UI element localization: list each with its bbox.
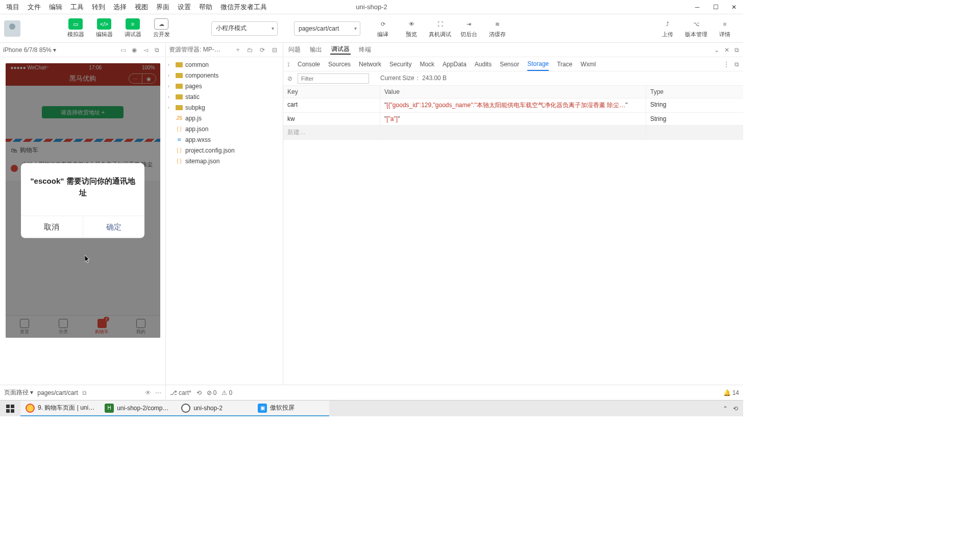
window-close-icon[interactable]: ✕ bbox=[725, 0, 743, 14]
git-sync-icon[interactable]: ⟲ bbox=[197, 389, 202, 396]
errors-count[interactable]: ⊘ 0 bbox=[207, 389, 217, 396]
tree-item-project-config-json[interactable]: { }project.config.json bbox=[166, 145, 283, 156]
tree-item-sitemap-json[interactable]: { }sitemap.json bbox=[166, 156, 283, 166]
details-button[interactable]: ≡详情 bbox=[710, 16, 739, 41]
copy-path-icon[interactable]: ⧉ bbox=[82, 389, 87, 396]
tree-item-subpkg[interactable]: ›subpkg bbox=[166, 102, 283, 113]
more-icon[interactable]: ⋯ bbox=[155, 389, 161, 396]
remote-debug-button[interactable]: ⛶真机调试 bbox=[426, 16, 454, 41]
debugger-toggle[interactable]: ≡调试器 bbox=[118, 16, 147, 41]
new-file-icon[interactable]: ＋ bbox=[233, 45, 243, 54]
modal-cancel-button[interactable]: 取消 bbox=[21, 216, 83, 238]
new-folder-icon[interactable]: 🗀 bbox=[245, 46, 255, 54]
explorer-pane: 资源管理器: MP-… ＋ 🗀 ⟳ ⊟ ›common›components›p… bbox=[166, 43, 283, 385]
tab-terminal[interactable]: 终端 bbox=[358, 45, 372, 54]
window-minimize-icon[interactable]: ─ bbox=[688, 0, 706, 14]
menu-setting[interactable]: 设置 bbox=[174, 3, 195, 12]
menu-ui[interactable]: 界面 bbox=[152, 3, 174, 12]
tab-debugger[interactable]: 调试器 bbox=[330, 45, 351, 55]
back-icon[interactable]: ◅ bbox=[140, 46, 151, 54]
notifications[interactable]: 🔔 14 bbox=[723, 389, 739, 396]
git-branch[interactable]: ⎇ cart* bbox=[170, 389, 191, 396]
tray-sync-icon[interactable]: ⟲ bbox=[733, 405, 738, 412]
warnings-count[interactable]: ⚠ 0 bbox=[222, 389, 232, 396]
devtab-appdata[interactable]: AppData bbox=[443, 57, 467, 71]
storage-filter-input[interactable] bbox=[298, 73, 369, 84]
system-tray[interactable]: ⌃ ⟲ bbox=[718, 400, 743, 416]
rotate-icon[interactable]: ▭ bbox=[117, 46, 129, 54]
cloud-dev[interactable]: ☁云开发 bbox=[147, 16, 176, 41]
devtab-sources[interactable]: Sources bbox=[328, 57, 351, 71]
collapse-icon[interactable]: ⊟ bbox=[270, 46, 280, 54]
storage-row[interactable]: cart"[{"goods_id":129,"goods_name":"本驰太阳… bbox=[283, 98, 743, 113]
clear-cache-button[interactable]: ≋清缓存 bbox=[483, 16, 511, 41]
modal-ok-button[interactable]: 确定 bbox=[83, 216, 145, 238]
devtab-mock[interactable]: Mock bbox=[420, 57, 434, 71]
devtab-network[interactable]: Network bbox=[359, 57, 381, 71]
page-path-select[interactable]: pages/cart/cart bbox=[294, 21, 360, 36]
tree-item-components[interactable]: ›components bbox=[166, 70, 283, 81]
taskbar-task[interactable]: ▣傲软投屏 bbox=[253, 400, 329, 416]
devtab-storage[interactable]: Storage bbox=[527, 57, 549, 71]
col-key[interactable]: Key bbox=[283, 86, 380, 98]
compile-button[interactable]: ⟳编译 bbox=[369, 16, 397, 41]
devtab-console[interactable]: Console bbox=[298, 57, 320, 71]
col-value[interactable]: Value bbox=[380, 86, 646, 98]
menu-view[interactable]: 视图 bbox=[131, 3, 152, 12]
menu-tool[interactable]: 工具 bbox=[66, 3, 88, 12]
preview-button[interactable]: 👁预览 bbox=[397, 16, 426, 41]
devtools-more-icon[interactable]: ⋮ bbox=[723, 61, 729, 68]
taskbar-task[interactable]: Huni-shop-2/comp… bbox=[100, 400, 176, 416]
menu-select[interactable]: 选择 bbox=[109, 3, 131, 12]
storage-size-label: Current Size： 243.00 B bbox=[380, 74, 447, 83]
menu-goto[interactable]: 转到 bbox=[88, 3, 109, 12]
tree-item-static[interactable]: ›static bbox=[166, 91, 283, 102]
tray-expand-icon[interactable]: ⌃ bbox=[723, 405, 728, 412]
record-icon[interactable]: ◉ bbox=[129, 46, 140, 54]
window-maximize-icon[interactable]: ☐ bbox=[706, 0, 725, 14]
refresh-icon[interactable]: ⟳ bbox=[257, 46, 267, 54]
taskbar-task[interactable]: 9. 购物车页面 | uni… bbox=[20, 400, 100, 416]
menu-help[interactable]: 帮助 bbox=[195, 3, 216, 12]
tree-item-app-wxss[interactable]: ≋app.wxss bbox=[166, 134, 283, 145]
storage-row[interactable]: kw"["a"]"String bbox=[283, 113, 743, 126]
maximize-panel-icon[interactable]: ⧉ bbox=[734, 46, 739, 54]
tree-item-pages[interactable]: ›pages bbox=[166, 81, 283, 91]
clear-storage-icon[interactable]: ⊘ bbox=[287, 75, 292, 82]
eye-icon[interactable]: 👁 bbox=[145, 389, 151, 396]
devtools-popout-icon[interactable]: ⧉ bbox=[734, 61, 739, 68]
devtab-security[interactable]: Security bbox=[389, 57, 411, 71]
menu-project[interactable]: 项目 bbox=[2, 3, 23, 12]
storage-new-row[interactable]: 新建… bbox=[283, 126, 743, 140]
menu-edit[interactable]: 编辑 bbox=[45, 3, 66, 12]
devtab-wxml[interactable]: Wxml bbox=[580, 57, 596, 71]
popout-icon[interactable]: ⧉ bbox=[151, 46, 162, 54]
tree-item-common[interactable]: ›common bbox=[166, 59, 283, 70]
tab-output[interactable]: 输出 bbox=[309, 45, 323, 54]
device-select[interactable]: iPhone 6/7/8 85% ▾ bbox=[3, 46, 56, 54]
file-tree: ›common›components›pages›static›subpkgJS… bbox=[166, 57, 283, 168]
taskbar-task[interactable]: uni-shop-2 bbox=[176, 400, 253, 416]
page-path-label[interactable]: 页面路径 ▾ bbox=[4, 388, 33, 397]
tree-item-app-js[interactable]: JSapp.js bbox=[166, 113, 283, 123]
version-button[interactable]: ⌥版本管理 bbox=[682, 16, 710, 41]
simulator-toggle[interactable]: ▭模拟器 bbox=[61, 16, 90, 41]
compile-mode-select[interactable]: 小程序模式 bbox=[211, 21, 278, 36]
upload-button[interactable]: ⤴上传 bbox=[653, 16, 682, 41]
editor-toggle[interactable]: </>编辑器 bbox=[90, 16, 118, 41]
devtab-trace[interactable]: Trace bbox=[557, 57, 572, 71]
menu-wx-devtools[interactable]: 微信开发者工具 bbox=[216, 3, 271, 12]
devtab-sensor[interactable]: Sensor bbox=[500, 57, 519, 71]
tree-item-app-json[interactable]: { }app.json bbox=[166, 123, 283, 134]
background-button[interactable]: ⇥切后台 bbox=[454, 16, 483, 41]
svg-rect-3 bbox=[11, 409, 14, 413]
chevron-down-icon[interactable]: ⌄ bbox=[714, 46, 719, 54]
tab-problems[interactable]: 问题 bbox=[287, 45, 302, 54]
devtab-audits[interactable]: Audits bbox=[475, 57, 492, 71]
close-panel-icon[interactable]: ✕ bbox=[724, 46, 729, 54]
inspect-icon[interactable]: ⟟ bbox=[287, 61, 289, 68]
col-type[interactable]: Type bbox=[646, 86, 743, 98]
start-button[interactable] bbox=[0, 400, 20, 416]
menu-file[interactable]: 文件 bbox=[23, 3, 45, 12]
user-avatar[interactable] bbox=[4, 20, 20, 37]
